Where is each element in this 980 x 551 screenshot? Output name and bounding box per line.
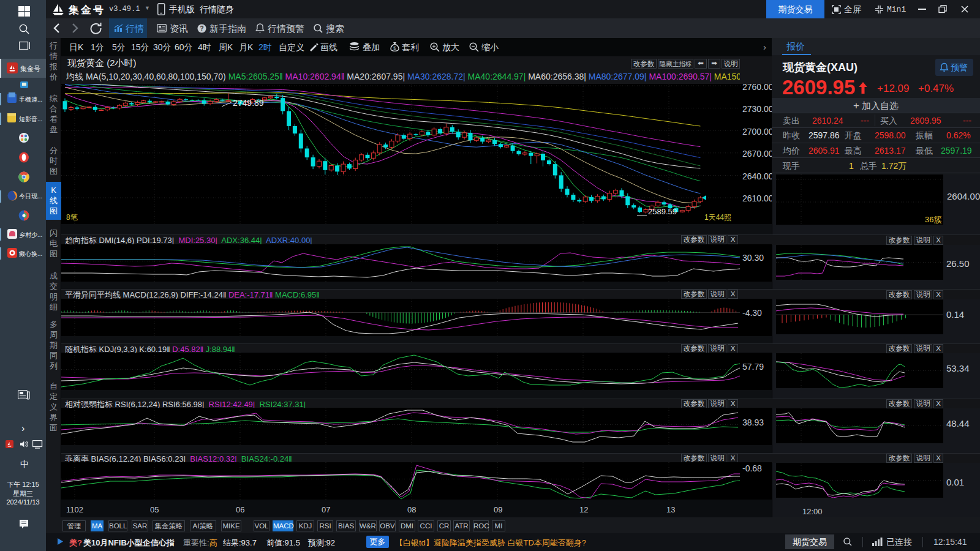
svg-text:2589.59: 2589.59 xyxy=(648,207,677,216)
svg-text:2749.89: 2749.89 xyxy=(233,98,264,108)
svg-text:?: ? xyxy=(200,25,203,32)
svg-text:1天44照: 1天44照 xyxy=(704,213,731,222)
svg-text:8笔: 8笔 xyxy=(66,213,78,222)
svg-text:$: $ xyxy=(393,45,396,51)
